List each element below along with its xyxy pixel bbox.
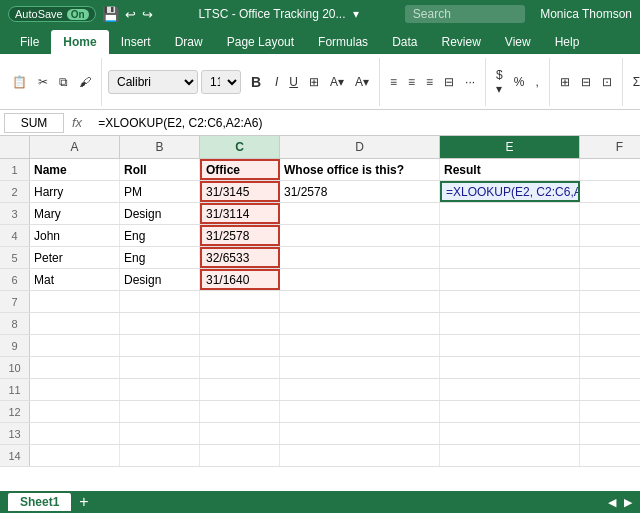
border-button[interactable]: ⊞ [305,73,323,91]
tab-file[interactable]: File [8,30,51,54]
cell-d12[interactable] [280,401,440,422]
underline-button[interactable]: U [285,73,302,91]
scroll-right-icon[interactable]: ▶ [624,496,632,509]
search-input[interactable] [405,5,525,23]
cell-f2[interactable] [580,181,640,202]
more-options-button[interactable]: ··· [461,73,479,91]
cell-a3[interactable]: Mary [30,203,120,224]
cell-d9[interactable] [280,335,440,356]
cell-a13[interactable] [30,423,120,444]
cell-e2[interactable]: =XLOOKUP(E2, C2:C6,A2: [440,181,580,202]
insert-button[interactable]: ⊞ [556,73,574,91]
tab-home[interactable]: Home [51,30,108,54]
cell-a4[interactable]: John [30,225,120,246]
merge-button[interactable]: ⊟ [440,73,458,91]
cell-a7[interactable] [30,291,120,312]
cell-c14[interactable] [200,445,280,466]
cell-e11[interactable] [440,379,580,400]
cell-a1[interactable]: Name [30,159,120,180]
percent-button[interactable]: % [510,73,529,91]
cell-a10[interactable] [30,357,120,378]
paste-button[interactable]: 📋 [8,73,31,91]
autosave-toggle[interactable]: AutoSave On [8,6,96,22]
cell-d2[interactable]: 31/2578 [280,181,440,202]
cell-d11[interactable] [280,379,440,400]
cell-b3[interactable]: Design [120,203,200,224]
tab-view[interactable]: View [493,30,543,54]
cell-f10[interactable] [580,357,640,378]
cell-d14[interactable] [280,445,440,466]
cell-b10[interactable] [120,357,200,378]
cell-f12[interactable] [580,401,640,422]
col-header-c[interactable]: C [200,136,280,158]
comma-button[interactable]: , [531,73,542,91]
cell-e14[interactable] [440,445,580,466]
dropdown-icon[interactable]: ▾ [353,7,359,21]
cell-b2[interactable]: PM [120,181,200,202]
cell-b11[interactable] [120,379,200,400]
undo-icon[interactable]: ↩ [125,7,136,22]
italic-button[interactable]: I [271,73,282,91]
cell-e12[interactable] [440,401,580,422]
cell-c13[interactable] [200,423,280,444]
sheet-tab-1[interactable]: Sheet1 [8,493,71,511]
tab-review[interactable]: Review [429,30,492,54]
col-header-e[interactable]: E [440,136,580,158]
col-header-d[interactable]: D [280,136,440,158]
cell-a8[interactable] [30,313,120,334]
cell-c12[interactable] [200,401,280,422]
cell-f1[interactable] [580,159,640,180]
cell-c1[interactable]: Office [200,159,280,180]
cell-c8[interactable] [200,313,280,334]
cell-f13[interactable] [580,423,640,444]
cell-c10[interactable] [200,357,280,378]
autosum-button[interactable]: Σ [629,73,640,91]
cell-f9[interactable] [580,335,640,356]
cell-b1[interactable]: Roll [120,159,200,180]
cell-b7[interactable] [120,291,200,312]
cell-f11[interactable] [580,379,640,400]
cell-f5[interactable] [580,247,640,268]
number-format-button[interactable]: $ ▾ [492,66,507,98]
font-family-select[interactable]: Calibri [108,70,198,94]
cell-b8[interactable] [120,313,200,334]
cell-e1[interactable]: Result [440,159,580,180]
col-header-b[interactable]: B [120,136,200,158]
cell-d3[interactable] [280,203,440,224]
cut-button[interactable]: ✂ [34,73,52,91]
cell-d13[interactable] [280,423,440,444]
font-size-select[interactable]: 11 [201,70,241,94]
cell-e3[interactable] [440,203,580,224]
format-painter-button[interactable]: 🖌 [75,73,95,91]
align-left-button[interactable]: ≡ [386,73,401,91]
tab-draw[interactable]: Draw [163,30,215,54]
cell-f7[interactable] [580,291,640,312]
cell-d6[interactable] [280,269,440,290]
cell-e8[interactable] [440,313,580,334]
align-center-button[interactable]: ≡ [404,73,419,91]
cell-d7[interactable] [280,291,440,312]
tab-help[interactable]: Help [543,30,592,54]
cell-f8[interactable] [580,313,640,334]
cell-b13[interactable] [120,423,200,444]
add-sheet-button[interactable]: + [75,493,92,511]
cell-c6[interactable]: 31/1640 [200,269,280,290]
col-header-a[interactable]: A [30,136,120,158]
cell-d8[interactable] [280,313,440,334]
cell-c9[interactable] [200,335,280,356]
cell-a12[interactable] [30,401,120,422]
cell-b6[interactable]: Design [120,269,200,290]
redo-icon[interactable]: ↪ [142,7,153,22]
cell-e5[interactable] [440,247,580,268]
cell-c4[interactable]: 31/2578 [200,225,280,246]
cell-reference-box[interactable] [4,113,64,133]
cell-f6[interactable] [580,269,640,290]
scroll-left-icon[interactable]: ◀ [608,496,616,509]
cell-a11[interactable] [30,379,120,400]
delete-button[interactable]: ⊟ [577,73,595,91]
cell-b5[interactable]: Eng [120,247,200,268]
cell-b9[interactable] [120,335,200,356]
cell-e13[interactable] [440,423,580,444]
cell-b14[interactable] [120,445,200,466]
cell-c5[interactable]: 32/6533 [200,247,280,268]
